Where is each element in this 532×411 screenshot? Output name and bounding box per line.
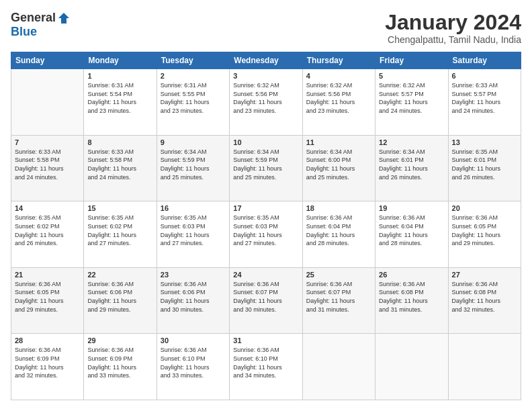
day-info: Sunrise: 6:36 AM Sunset: 6:05 PM Dayligh… — [15, 280, 80, 314]
calendar-week-row: 7Sunrise: 6:33 AM Sunset: 5:58 PM Daylig… — [11, 135, 521, 201]
day-number: 2 — [161, 72, 226, 80]
calendar-header-monday: Monday — [84, 52, 157, 69]
day-number: 20 — [452, 204, 517, 212]
calendar-cell: 22Sunrise: 6:36 AM Sunset: 6:06 PM Dayli… — [84, 267, 157, 334]
calendar-cell: 16Sunrise: 6:35 AM Sunset: 6:03 PM Dayli… — [157, 201, 229, 268]
day-number: 15 — [87, 204, 152, 212]
calendar-cell — [375, 334, 448, 400]
day-info: Sunrise: 6:33 AM Sunset: 5:58 PM Dayligh… — [87, 148, 152, 181]
day-info: Sunrise: 6:32 AM Sunset: 5:56 PM Dayligh… — [233, 81, 298, 115]
calendar-header-tuesday: Tuesday — [157, 52, 229, 69]
calendar-cell: 24Sunrise: 6:36 AM Sunset: 6:07 PM Dayli… — [230, 267, 302, 334]
calendar-cell: 9Sunrise: 6:34 AM Sunset: 5:59 PM Daylig… — [157, 135, 229, 201]
day-info: Sunrise: 6:36 AM Sunset: 6:06 PM Dayligh… — [87, 280, 152, 314]
day-info: Sunrise: 6:32 AM Sunset: 5:56 PM Dayligh… — [306, 81, 371, 115]
calendar-cell — [448, 334, 521, 400]
calendar-cell: 2Sunrise: 6:31 AM Sunset: 5:55 PM Daylig… — [157, 69, 229, 136]
calendar-header-wednesday: Wednesday — [230, 52, 302, 69]
calendar-week-row: 14Sunrise: 6:35 AM Sunset: 6:02 PM Dayli… — [11, 201, 521, 268]
logo: General Blue — [11, 11, 71, 39]
calendar-week-row: 1Sunrise: 6:31 AM Sunset: 5:54 PM Daylig… — [11, 69, 521, 136]
calendar-header-row: SundayMondayTuesdayWednesdayThursdayFrid… — [11, 52, 521, 69]
day-info: Sunrise: 6:35 AM Sunset: 6:03 PM Dayligh… — [161, 214, 226, 247]
calendar-cell: 14Sunrise: 6:35 AM Sunset: 6:02 PM Dayli… — [11, 201, 84, 268]
day-info: Sunrise: 6:35 AM Sunset: 6:01 PM Dayligh… — [452, 148, 517, 181]
header-right: January 2024 Chengalpattu, Tamil Nadu, I… — [385, 11, 521, 45]
calendar-cell: 19Sunrise: 6:36 AM Sunset: 6:04 PM Dayli… — [375, 201, 448, 268]
calendar-cell: 12Sunrise: 6:34 AM Sunset: 6:01 PM Dayli… — [375, 135, 448, 201]
day-number: 25 — [306, 271, 371, 279]
calendar-cell: 17Sunrise: 6:35 AM Sunset: 6:03 PM Dayli… — [230, 201, 302, 268]
calendar-cell: 4Sunrise: 6:32 AM Sunset: 5:56 PM Daylig… — [302, 69, 375, 136]
calendar-cell: 1Sunrise: 6:31 AM Sunset: 5:54 PM Daylig… — [84, 69, 157, 136]
day-number: 30 — [161, 336, 226, 345]
calendar-cell: 6Sunrise: 6:33 AM Sunset: 5:57 PM Daylig… — [448, 69, 521, 136]
day-info: Sunrise: 6:36 AM Sunset: 6:08 PM Dayligh… — [452, 280, 517, 314]
day-number: 22 — [87, 271, 152, 279]
day-number: 4 — [306, 72, 371, 80]
calendar-cell: 11Sunrise: 6:34 AM Sunset: 6:00 PM Dayli… — [302, 135, 375, 201]
day-number: 11 — [306, 138, 371, 146]
calendar-cell: 27Sunrise: 6:36 AM Sunset: 6:08 PM Dayli… — [448, 267, 521, 334]
day-number: 21 — [15, 271, 80, 279]
day-number: 6 — [452, 72, 517, 80]
day-info: Sunrise: 6:35 AM Sunset: 6:02 PM Dayligh… — [15, 214, 80, 247]
logo-general-text: General — [11, 11, 56, 25]
calendar-cell: 5Sunrise: 6:32 AM Sunset: 5:57 PM Daylig… — [375, 69, 448, 136]
calendar-cell: 7Sunrise: 6:33 AM Sunset: 5:58 PM Daylig… — [11, 135, 84, 201]
day-info: Sunrise: 6:36 AM Sunset: 6:07 PM Dayligh… — [306, 280, 371, 314]
calendar-cell: 8Sunrise: 6:33 AM Sunset: 5:58 PM Daylig… — [84, 135, 157, 201]
logo-blue-text: Blue — [11, 25, 37, 39]
calendar-cell: 18Sunrise: 6:36 AM Sunset: 6:04 PM Dayli… — [302, 201, 375, 268]
day-info: Sunrise: 6:33 AM Sunset: 5:57 PM Dayligh… — [452, 81, 517, 115]
day-info: Sunrise: 6:36 AM Sunset: 6:09 PM Dayligh… — [87, 346, 152, 379]
calendar-header-saturday: Saturday — [448, 52, 521, 69]
day-number: 24 — [233, 271, 298, 279]
header: General Blue January 2024 Chengalpattu, … — [11, 11, 521, 45]
day-number: 16 — [161, 204, 226, 212]
day-number: 3 — [233, 72, 298, 80]
calendar-header-thursday: Thursday — [302, 52, 375, 69]
calendar-cell: 28Sunrise: 6:36 AM Sunset: 6:09 PM Dayli… — [11, 334, 84, 400]
day-number: 7 — [15, 138, 80, 146]
day-info: Sunrise: 6:31 AM Sunset: 5:54 PM Dayligh… — [87, 81, 152, 115]
day-info: Sunrise: 6:36 AM Sunset: 6:05 PM Dayligh… — [452, 214, 517, 247]
day-info: Sunrise: 6:33 AM Sunset: 5:58 PM Dayligh… — [15, 148, 80, 181]
calendar-table: SundayMondayTuesdayWednesdayThursdayFrid… — [11, 52, 521, 400]
calendar-cell: 10Sunrise: 6:34 AM Sunset: 5:59 PM Dayli… — [230, 135, 302, 201]
day-info: Sunrise: 6:36 AM Sunset: 6:06 PM Dayligh… — [161, 280, 226, 314]
day-info: Sunrise: 6:34 AM Sunset: 5:59 PM Dayligh… — [233, 148, 298, 181]
calendar-cell: 20Sunrise: 6:36 AM Sunset: 6:05 PM Dayli… — [448, 201, 521, 268]
day-number: 9 — [161, 138, 226, 146]
day-info: Sunrise: 6:35 AM Sunset: 6:03 PM Dayligh… — [233, 214, 298, 247]
calendar-week-row: 21Sunrise: 6:36 AM Sunset: 6:05 PM Dayli… — [11, 267, 521, 334]
calendar-cell: 23Sunrise: 6:36 AM Sunset: 6:06 PM Dayli… — [157, 267, 229, 334]
day-info: Sunrise: 6:34 AM Sunset: 6:00 PM Dayligh… — [306, 148, 371, 181]
day-info: Sunrise: 6:36 AM Sunset: 6:09 PM Dayligh… — [15, 346, 80, 379]
day-info: Sunrise: 6:31 AM Sunset: 5:55 PM Dayligh… — [161, 81, 226, 115]
calendar-cell: 25Sunrise: 6:36 AM Sunset: 6:07 PM Dayli… — [302, 267, 375, 334]
calendar-cell: 13Sunrise: 6:35 AM Sunset: 6:01 PM Dayli… — [448, 135, 521, 201]
day-info: Sunrise: 6:36 AM Sunset: 6:10 PM Dayligh… — [161, 346, 226, 379]
calendar-header-sunday: Sunday — [11, 52, 84, 69]
day-number: 28 — [15, 336, 80, 345]
day-number: 5 — [379, 72, 444, 80]
calendar-header-friday: Friday — [375, 52, 448, 69]
calendar-cell: 26Sunrise: 6:36 AM Sunset: 6:08 PM Dayli… — [375, 267, 448, 334]
day-info: Sunrise: 6:36 AM Sunset: 6:08 PM Dayligh… — [379, 280, 444, 314]
day-info: Sunrise: 6:32 AM Sunset: 5:57 PM Dayligh… — [379, 81, 444, 115]
logo-icon — [57, 11, 71, 25]
day-number: 18 — [306, 204, 371, 212]
day-number: 29 — [87, 336, 152, 345]
svg-marker-0 — [58, 13, 69, 24]
location-title: Chengalpattu, Tamil Nadu, India — [385, 34, 521, 45]
day-info: Sunrise: 6:35 AM Sunset: 6:02 PM Dayligh… — [87, 214, 152, 247]
calendar-cell: 15Sunrise: 6:35 AM Sunset: 6:02 PM Dayli… — [84, 201, 157, 268]
day-number: 8 — [87, 138, 152, 146]
calendar-cell — [302, 334, 375, 400]
month-title: January 2024 — [385, 11, 521, 34]
day-info: Sunrise: 6:34 AM Sunset: 5:59 PM Dayligh… — [161, 148, 226, 181]
day-number: 19 — [379, 204, 444, 212]
day-number: 27 — [452, 271, 517, 279]
day-number: 1 — [87, 72, 152, 80]
